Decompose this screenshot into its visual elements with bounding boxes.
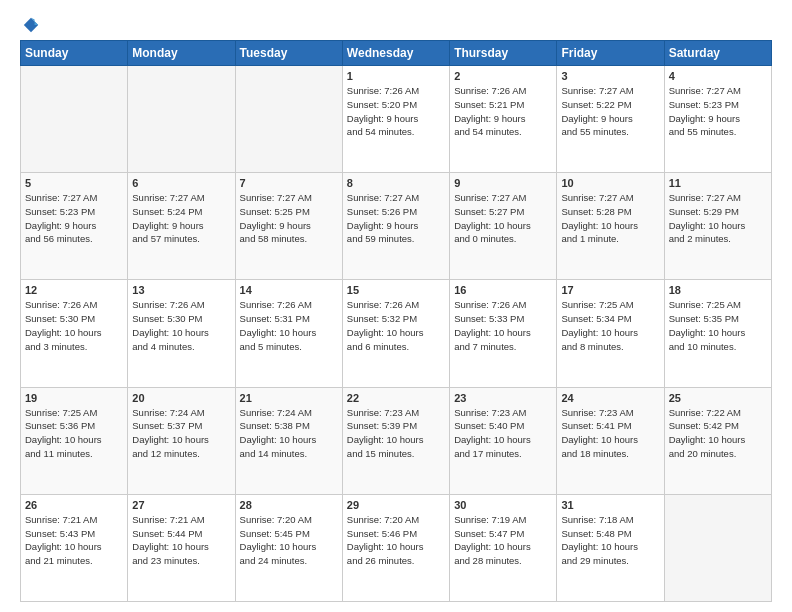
day-number: 16 bbox=[454, 284, 552, 296]
logo bbox=[20, 16, 40, 30]
calendar-cell: 20Sunrise: 7:24 AM Sunset: 5:37 PM Dayli… bbox=[128, 387, 235, 494]
weekday-friday: Friday bbox=[557, 41, 664, 66]
day-number: 11 bbox=[669, 177, 767, 189]
day-info: Sunrise: 7:26 AM Sunset: 5:33 PM Dayligh… bbox=[454, 298, 552, 353]
day-info: Sunrise: 7:26 AM Sunset: 5:21 PM Dayligh… bbox=[454, 84, 552, 139]
calendar-cell bbox=[235, 66, 342, 173]
calendar-cell: 25Sunrise: 7:22 AM Sunset: 5:42 PM Dayli… bbox=[664, 387, 771, 494]
calendar-cell: 23Sunrise: 7:23 AM Sunset: 5:40 PM Dayli… bbox=[450, 387, 557, 494]
day-info: Sunrise: 7:27 AM Sunset: 5:22 PM Dayligh… bbox=[561, 84, 659, 139]
day-info: Sunrise: 7:27 AM Sunset: 5:24 PM Dayligh… bbox=[132, 191, 230, 246]
day-number: 18 bbox=[669, 284, 767, 296]
day-info: Sunrise: 7:25 AM Sunset: 5:34 PM Dayligh… bbox=[561, 298, 659, 353]
day-number: 2 bbox=[454, 70, 552, 82]
day-info: Sunrise: 7:24 AM Sunset: 5:38 PM Dayligh… bbox=[240, 406, 338, 461]
logo-icon bbox=[22, 16, 40, 34]
week-row-0: 1Sunrise: 7:26 AM Sunset: 5:20 PM Daylig… bbox=[21, 66, 772, 173]
calendar-cell: 11Sunrise: 7:27 AM Sunset: 5:29 PM Dayli… bbox=[664, 173, 771, 280]
week-row-1: 5Sunrise: 7:27 AM Sunset: 5:23 PM Daylig… bbox=[21, 173, 772, 280]
calendar-cell: 28Sunrise: 7:20 AM Sunset: 5:45 PM Dayli… bbox=[235, 494, 342, 601]
day-info: Sunrise: 7:26 AM Sunset: 5:30 PM Dayligh… bbox=[25, 298, 123, 353]
day-number: 21 bbox=[240, 392, 338, 404]
calendar-table: SundayMondayTuesdayWednesdayThursdayFrid… bbox=[20, 40, 772, 602]
day-info: Sunrise: 7:27 AM Sunset: 5:26 PM Dayligh… bbox=[347, 191, 445, 246]
week-row-3: 19Sunrise: 7:25 AM Sunset: 5:36 PM Dayli… bbox=[21, 387, 772, 494]
header bbox=[20, 16, 772, 30]
weekday-saturday: Saturday bbox=[664, 41, 771, 66]
day-number: 15 bbox=[347, 284, 445, 296]
weekday-sunday: Sunday bbox=[21, 41, 128, 66]
week-row-4: 26Sunrise: 7:21 AM Sunset: 5:43 PM Dayli… bbox=[21, 494, 772, 601]
day-number: 19 bbox=[25, 392, 123, 404]
calendar-cell: 22Sunrise: 7:23 AM Sunset: 5:39 PM Dayli… bbox=[342, 387, 449, 494]
day-info: Sunrise: 7:26 AM Sunset: 5:20 PM Dayligh… bbox=[347, 84, 445, 139]
calendar-cell: 2Sunrise: 7:26 AM Sunset: 5:21 PM Daylig… bbox=[450, 66, 557, 173]
day-info: Sunrise: 7:27 AM Sunset: 5:28 PM Dayligh… bbox=[561, 191, 659, 246]
calendar-cell: 29Sunrise: 7:20 AM Sunset: 5:46 PM Dayli… bbox=[342, 494, 449, 601]
day-info: Sunrise: 7:20 AM Sunset: 5:45 PM Dayligh… bbox=[240, 513, 338, 568]
day-number: 1 bbox=[347, 70, 445, 82]
calendar-cell: 19Sunrise: 7:25 AM Sunset: 5:36 PM Dayli… bbox=[21, 387, 128, 494]
page: SundayMondayTuesdayWednesdayThursdayFrid… bbox=[0, 0, 792, 612]
day-info: Sunrise: 7:27 AM Sunset: 5:29 PM Dayligh… bbox=[669, 191, 767, 246]
calendar-cell: 21Sunrise: 7:24 AM Sunset: 5:38 PM Dayli… bbox=[235, 387, 342, 494]
day-info: Sunrise: 7:19 AM Sunset: 5:47 PM Dayligh… bbox=[454, 513, 552, 568]
calendar-cell: 14Sunrise: 7:26 AM Sunset: 5:31 PM Dayli… bbox=[235, 280, 342, 387]
calendar-cell: 16Sunrise: 7:26 AM Sunset: 5:33 PM Dayli… bbox=[450, 280, 557, 387]
calendar-cell: 6Sunrise: 7:27 AM Sunset: 5:24 PM Daylig… bbox=[128, 173, 235, 280]
day-info: Sunrise: 7:24 AM Sunset: 5:37 PM Dayligh… bbox=[132, 406, 230, 461]
calendar-cell: 12Sunrise: 7:26 AM Sunset: 5:30 PM Dayli… bbox=[21, 280, 128, 387]
day-number: 3 bbox=[561, 70, 659, 82]
calendar-cell: 15Sunrise: 7:26 AM Sunset: 5:32 PM Dayli… bbox=[342, 280, 449, 387]
day-number: 12 bbox=[25, 284, 123, 296]
day-number: 29 bbox=[347, 499, 445, 511]
calendar-cell bbox=[664, 494, 771, 601]
day-number: 25 bbox=[669, 392, 767, 404]
day-info: Sunrise: 7:21 AM Sunset: 5:44 PM Dayligh… bbox=[132, 513, 230, 568]
day-number: 4 bbox=[669, 70, 767, 82]
day-info: Sunrise: 7:25 AM Sunset: 5:36 PM Dayligh… bbox=[25, 406, 123, 461]
day-info: Sunrise: 7:20 AM Sunset: 5:46 PM Dayligh… bbox=[347, 513, 445, 568]
day-number: 27 bbox=[132, 499, 230, 511]
calendar-cell: 13Sunrise: 7:26 AM Sunset: 5:30 PM Dayli… bbox=[128, 280, 235, 387]
day-number: 28 bbox=[240, 499, 338, 511]
day-number: 7 bbox=[240, 177, 338, 189]
weekday-monday: Monday bbox=[128, 41, 235, 66]
calendar-cell: 10Sunrise: 7:27 AM Sunset: 5:28 PM Dayli… bbox=[557, 173, 664, 280]
weekday-wednesday: Wednesday bbox=[342, 41, 449, 66]
day-info: Sunrise: 7:27 AM Sunset: 5:23 PM Dayligh… bbox=[669, 84, 767, 139]
calendar-cell: 31Sunrise: 7:18 AM Sunset: 5:48 PM Dayli… bbox=[557, 494, 664, 601]
day-number: 23 bbox=[454, 392, 552, 404]
calendar-cell: 9Sunrise: 7:27 AM Sunset: 5:27 PM Daylig… bbox=[450, 173, 557, 280]
calendar-cell: 18Sunrise: 7:25 AM Sunset: 5:35 PM Dayli… bbox=[664, 280, 771, 387]
day-info: Sunrise: 7:27 AM Sunset: 5:27 PM Dayligh… bbox=[454, 191, 552, 246]
day-number: 30 bbox=[454, 499, 552, 511]
calendar-cell bbox=[128, 66, 235, 173]
weekday-tuesday: Tuesday bbox=[235, 41, 342, 66]
day-number: 6 bbox=[132, 177, 230, 189]
calendar-cell: 30Sunrise: 7:19 AM Sunset: 5:47 PM Dayli… bbox=[450, 494, 557, 601]
day-number: 13 bbox=[132, 284, 230, 296]
day-info: Sunrise: 7:27 AM Sunset: 5:23 PM Dayligh… bbox=[25, 191, 123, 246]
day-info: Sunrise: 7:23 AM Sunset: 5:39 PM Dayligh… bbox=[347, 406, 445, 461]
day-number: 8 bbox=[347, 177, 445, 189]
day-info: Sunrise: 7:27 AM Sunset: 5:25 PM Dayligh… bbox=[240, 191, 338, 246]
calendar-cell: 27Sunrise: 7:21 AM Sunset: 5:44 PM Dayli… bbox=[128, 494, 235, 601]
calendar-cell: 26Sunrise: 7:21 AM Sunset: 5:43 PM Dayli… bbox=[21, 494, 128, 601]
day-info: Sunrise: 7:26 AM Sunset: 5:32 PM Dayligh… bbox=[347, 298, 445, 353]
day-number: 26 bbox=[25, 499, 123, 511]
calendar-cell: 5Sunrise: 7:27 AM Sunset: 5:23 PM Daylig… bbox=[21, 173, 128, 280]
day-number: 5 bbox=[25, 177, 123, 189]
weekday-thursday: Thursday bbox=[450, 41, 557, 66]
day-info: Sunrise: 7:26 AM Sunset: 5:31 PM Dayligh… bbox=[240, 298, 338, 353]
day-info: Sunrise: 7:22 AM Sunset: 5:42 PM Dayligh… bbox=[669, 406, 767, 461]
day-info: Sunrise: 7:18 AM Sunset: 5:48 PM Dayligh… bbox=[561, 513, 659, 568]
calendar-cell: 1Sunrise: 7:26 AM Sunset: 5:20 PM Daylig… bbox=[342, 66, 449, 173]
calendar-cell: 3Sunrise: 7:27 AM Sunset: 5:22 PM Daylig… bbox=[557, 66, 664, 173]
calendar-cell: 24Sunrise: 7:23 AM Sunset: 5:41 PM Dayli… bbox=[557, 387, 664, 494]
week-row-2: 12Sunrise: 7:26 AM Sunset: 5:30 PM Dayli… bbox=[21, 280, 772, 387]
calendar-cell: 4Sunrise: 7:27 AM Sunset: 5:23 PM Daylig… bbox=[664, 66, 771, 173]
day-info: Sunrise: 7:25 AM Sunset: 5:35 PM Dayligh… bbox=[669, 298, 767, 353]
calendar-cell: 8Sunrise: 7:27 AM Sunset: 5:26 PM Daylig… bbox=[342, 173, 449, 280]
day-info: Sunrise: 7:26 AM Sunset: 5:30 PM Dayligh… bbox=[132, 298, 230, 353]
